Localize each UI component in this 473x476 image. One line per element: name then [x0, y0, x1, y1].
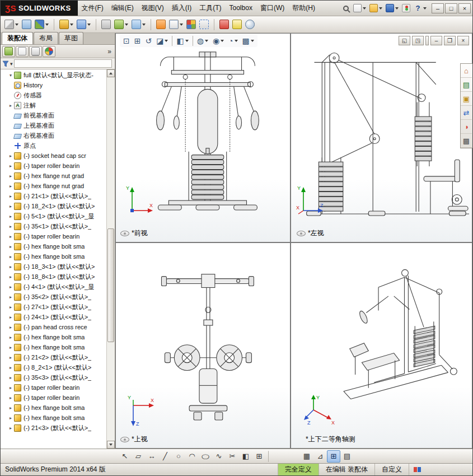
move-component-button[interactable]: [75, 17, 92, 32]
expand-arrow-icon[interactable]: ▸: [8, 244, 13, 249]
tree-item[interactable]: ▸ (-) 21<3> (默认<<默认>_: [1, 423, 115, 433]
menu-item[interactable]: 插入(I): [168, 1, 195, 16]
tree-item[interactable]: ▸ (-) 35<3> (默认<<默认>_: [1, 372, 115, 382]
panel-overflow-chevron[interactable]: »: [106, 48, 113, 55]
smart-fasteners-button[interactable]: [58, 17, 75, 32]
open-document-button[interactable]: [368, 2, 384, 15]
child-restore-button[interactable]: ❐: [444, 36, 456, 45]
grid-snap-button[interactable]: ▦: [300, 450, 313, 463]
mass-properties-button[interactable]: [243, 17, 256, 32]
scrollbar-thumb[interactable]: [107, 228, 114, 342]
display-style-button[interactable]: ◍: [195, 35, 210, 47]
hide-show-items-button[interactable]: ◉: [210, 35, 226, 47]
tree-item[interactable]: ▸ (-) hex flange bolt sma: [1, 403, 115, 413]
expand-arrow-icon[interactable]: ▸: [8, 385, 13, 390]
tree-item[interactable]: 上视基准面: [1, 120, 115, 130]
expand-arrow-icon[interactable]: ▸: [8, 184, 13, 189]
tree-item[interactable]: ▸ (-) 35<1> (默认<<默认>_: [1, 221, 115, 231]
expand-arrow-icon[interactable]: ▸: [8, 405, 13, 410]
evaluate-table-button[interactable]: ▤: [340, 450, 354, 463]
design-library-tab[interactable]: ▤: [461, 78, 472, 92]
scroll-up-button[interactable]: [107, 69, 115, 77]
expand-arrow-icon[interactable]: ▸: [8, 305, 13, 310]
expand-arrow-icon[interactable]: ▸: [8, 365, 13, 370]
expand-arrow-icon[interactable]: ▸: [8, 295, 13, 300]
linear-component-pattern-button[interactable]: [33, 17, 50, 32]
select-tool-button[interactable]: ↖: [118, 450, 132, 463]
tree-item[interactable]: ▸ (-) 18_8<1> (默认<<默认>: [1, 272, 115, 282]
ellipse-tool-button[interactable]: ◯: [199, 452, 212, 460]
solidworks-resources-tab[interactable]: ⌂: [461, 64, 472, 78]
filter-input[interactable]: [14, 59, 112, 68]
menu-item[interactable]: 工具(T): [195, 1, 225, 16]
tree-item[interactable]: ▸ (-) 8_2<1> (默认<<默认>: [1, 362, 115, 372]
tree-item[interactable]: ▸ (-) hex flange bolt sma: [1, 342, 115, 352]
cascade-window-button[interactable]: ◳: [412, 36, 424, 45]
separator[interactable]: [50, 17, 58, 32]
expand-arrow-icon[interactable]: ▸: [8, 345, 13, 350]
tree-item[interactable]: ▸ (-) taper roller bearin: [1, 393, 115, 403]
tile-window-button[interactable]: ◱: [399, 36, 410, 45]
tree-item[interactable]: ▸ (-) hex flange bolt sma: [1, 332, 115, 342]
bill-of-materials-button[interactable]: [167, 17, 185, 32]
tree-item[interactable]: ▸ (-) taper roller bearin: [1, 231, 115, 241]
expand-arrow-icon[interactable]: ▸: [8, 204, 13, 209]
tree-item[interactable]: ▸ (-) 27<1> (默认<<默认>_: [1, 302, 115, 312]
expand-arrow-icon[interactable]: ▸: [8, 315, 13, 320]
options-button[interactable]: [400, 2, 412, 15]
tree-item[interactable]: ▸ (-) hex flange bolt sma: [1, 251, 115, 262]
edit-appearance-button[interactable]: ◔: [226, 35, 240, 47]
new-document-button[interactable]: [352, 2, 368, 15]
tab-sketch[interactable]: 草图: [59, 32, 83, 44]
expand-arrow-icon[interactable]: ▸: [8, 325, 13, 330]
sketch-button[interactable]: ▱: [132, 450, 145, 463]
assembly-features-button[interactable]: [113, 17, 130, 32]
pattern-tool-button[interactable]: ⊞: [252, 450, 266, 463]
expand-arrow-icon[interactable]: ▸: [8, 355, 13, 360]
section-view-button[interactable]: ◪: [154, 35, 170, 47]
tree-item[interactable]: ▸ (-) taper roller bearin: [1, 161, 115, 171]
explode-line-sketch-button[interactable]: [198, 17, 210, 32]
line-tool-button[interactable]: ╱: [158, 450, 172, 463]
measure-button[interactable]: [231, 17, 243, 32]
appearances-scenes-tab[interactable]: ◑: [461, 120, 472, 134]
separator[interactable]: [210, 17, 218, 32]
tree-item[interactable]: ▸ (-) 18_3<1> (默认<<默认>: [1, 262, 115, 272]
tree-item[interactable]: ▸ 注解: [1, 100, 115, 110]
expand-arrow-icon[interactable]: ▸: [8, 335, 13, 340]
menu-item[interactable]: 视图(V): [138, 1, 168, 16]
scroll-down-button[interactable]: [107, 441, 115, 449]
menu-item[interactable]: 帮助(H): [288, 1, 319, 16]
view-palette-tab[interactable]: ⇄: [461, 106, 472, 120]
previous-view-button[interactable]: ↺: [143, 35, 154, 47]
expand-arrow-icon[interactable]: ▸: [8, 174, 13, 179]
menu-item[interactable]: 文件(F): [78, 1, 107, 16]
smart-dimension-button[interactable]: ↔: [145, 450, 158, 463]
custom-properties-tab[interactable]: ▩: [461, 134, 472, 148]
custom-tab-button[interactable]: 自定义: [374, 464, 409, 475]
tree-item[interactable]: ▸ (-) 24<1> (默认<<默认>_: [1, 312, 115, 322]
menu-item[interactable]: 窗口(W): [256, 1, 288, 16]
tree-item[interactable]: 传感器: [1, 90, 115, 100]
quick-snaps-button[interactable]: ⊿: [313, 450, 327, 463]
view-orientation-button[interactable]: ◧: [174, 35, 190, 47]
tree-item[interactable]: ▸ (-) 35<2> (默认<<默认>_: [1, 292, 115, 302]
circle-tool-button[interactable]: ○: [172, 450, 185, 463]
expand-arrow-icon[interactable]: ▸: [8, 284, 13, 290]
tree-item[interactable]: ▸ (-) hex flange nut grad: [1, 181, 115, 191]
expand-arrow-icon[interactable]: ▸: [8, 274, 13, 279]
tag-icon[interactable]: [409, 464, 425, 475]
spline-tool-button[interactable]: ∿: [212, 450, 226, 463]
minimize-button[interactable]: –: [432, 3, 444, 13]
file-explorer-tab[interactable]: ▣: [461, 92, 472, 106]
menu-item[interactable]: Toolbox: [226, 1, 256, 16]
zoom-to-area-button[interactable]: ⊞: [132, 35, 143, 47]
expand-arrow-icon[interactable]: ▸: [8, 214, 13, 219]
displaymanager-tab[interactable]: [43, 46, 55, 57]
configurationmanager-tab[interactable]: [29, 46, 42, 57]
separator[interactable]: [92, 17, 100, 32]
tree-item[interactable]: 前视基准面: [1, 110, 115, 120]
viewport-left[interactable]: Y Z X *左视: [291, 33, 472, 242]
maximize-button[interactable]: □: [445, 3, 457, 13]
tree-item[interactable]: ▸ (-) hex flange bolt sma: [1, 413, 115, 423]
